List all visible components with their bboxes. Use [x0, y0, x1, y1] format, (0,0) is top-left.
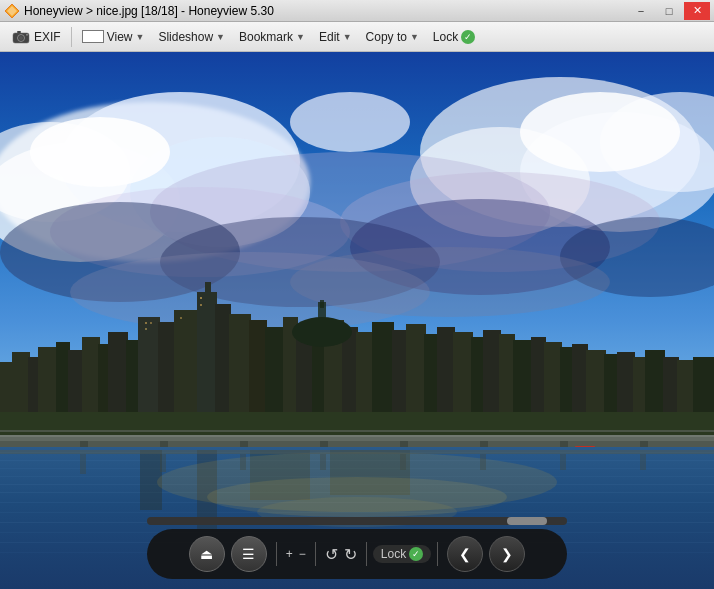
svg-rect-83 — [180, 317, 182, 319]
svg-rect-58 — [406, 324, 426, 422]
svg-rect-82 — [200, 304, 202, 306]
copyto-button[interactable]: Copy to ▼ — [360, 25, 425, 49]
control-bar: ⏏ ☰ + − ↺ ↻ — [147, 517, 567, 579]
svg-rect-72 — [617, 352, 635, 422]
edit-arrow-icon: ▼ — [343, 32, 352, 42]
svg-rect-6 — [26, 34, 28, 36]
view-button[interactable]: View ▼ — [76, 25, 151, 49]
menu-button[interactable]: ☰ — [231, 536, 267, 572]
controls-divider-3 — [366, 542, 367, 566]
svg-rect-49 — [265, 327, 285, 422]
slideshow-label: Slideshow — [158, 30, 213, 44]
svg-rect-63 — [483, 330, 501, 422]
lock-check-icon: ✓ — [461, 30, 475, 44]
bookmark-button[interactable]: Bookmark ▼ — [233, 25, 311, 49]
svg-rect-68 — [560, 347, 574, 422]
svg-rect-81 — [200, 297, 202, 299]
zoom-in-button[interactable]: + — [283, 547, 296, 561]
svg-rect-61 — [453, 332, 473, 422]
svg-rect-66 — [531, 337, 546, 422]
svg-point-26 — [290, 92, 410, 152]
svg-point-28 — [290, 247, 610, 317]
lock-badge[interactable]: Lock ✓ — [373, 545, 431, 563]
next-button[interactable]: ❯ — [489, 536, 525, 572]
svg-rect-48 — [249, 320, 267, 422]
svg-rect-45 — [205, 282, 211, 297]
rotate-right-button[interactable]: ↻ — [341, 545, 360, 564]
svg-rect-5 — [17, 31, 21, 33]
svg-rect-42 — [158, 322, 176, 422]
svg-point-25 — [520, 92, 680, 172]
eject-icon: ⏏ — [200, 546, 213, 562]
svg-rect-122 — [80, 454, 86, 474]
svg-rect-32 — [12, 352, 30, 422]
svg-rect-35 — [56, 342, 70, 422]
zoom-in-icon: + — [286, 547, 293, 561]
svg-rect-125 — [320, 454, 326, 470]
svg-rect-74 — [645, 350, 665, 422]
prev-icon: ❮ — [459, 546, 471, 562]
copyto-arrow-icon: ▼ — [410, 32, 419, 42]
titlebar-title: Honeyview > nice.jpg [18/18] - Honeyview… — [24, 4, 274, 18]
camera-icon — [12, 30, 30, 44]
exif-button[interactable]: EXIF — [6, 25, 67, 49]
svg-rect-131 — [320, 300, 324, 308]
svg-point-132 — [292, 317, 352, 347]
toolbar-separator — [71, 27, 72, 47]
lock-button[interactable]: Lock ✓ — [427, 25, 481, 49]
prev-button[interactable]: ❮ — [447, 536, 483, 572]
svg-point-24 — [30, 117, 170, 187]
svg-rect-43 — [174, 310, 199, 422]
svg-rect-96 — [0, 437, 714, 441]
bookmark-arrow-icon: ▼ — [296, 32, 305, 42]
bookmark-label: Bookmark — [239, 30, 293, 44]
minimize-button[interactable]: − — [628, 2, 654, 20]
svg-rect-79 — [150, 322, 152, 324]
svg-rect-97 — [0, 435, 714, 437]
titlebar-controls: − □ ✕ — [628, 2, 710, 20]
svg-point-4 — [19, 36, 23, 40]
svg-rect-65 — [513, 340, 533, 422]
svg-rect-67 — [544, 342, 562, 422]
svg-rect-41 — [138, 317, 160, 422]
svg-rect-46 — [215, 304, 231, 422]
controls-divider-4 — [437, 542, 438, 566]
scrollbar-track[interactable] — [147, 517, 567, 525]
svg-rect-126 — [400, 454, 406, 470]
exif-label: EXIF — [34, 30, 61, 44]
app-icon — [4, 3, 20, 19]
svg-rect-55 — [356, 332, 374, 422]
edit-label: Edit — [319, 30, 340, 44]
eject-button[interactable]: ⏏ — [189, 536, 225, 572]
edit-button[interactable]: Edit ▼ — [313, 25, 358, 49]
lock-text: Lock — [381, 547, 406, 561]
svg-rect-60 — [437, 327, 455, 422]
svg-rect-98 — [0, 430, 714, 432]
slideshow-arrow-icon: ▼ — [216, 32, 225, 42]
svg-rect-69 — [572, 344, 588, 422]
view-arrow-icon: ▼ — [135, 32, 144, 42]
slideshow-button[interactable]: Slideshow ▼ — [152, 25, 231, 49]
svg-rect-34 — [38, 347, 58, 422]
close-button[interactable]: ✕ — [684, 2, 710, 20]
svg-rect-78 — [145, 322, 147, 324]
zoom-out-button[interactable]: − — [296, 547, 309, 561]
toolbar: EXIF View ▼ Slideshow ▼ Bookmark ▼ Edit … — [0, 22, 714, 52]
svg-rect-71 — [604, 354, 619, 422]
svg-rect-39 — [108, 332, 128, 422]
restore-button[interactable]: □ — [656, 2, 682, 20]
lock-check-badge-icon: ✓ — [409, 547, 423, 561]
svg-rect-129 — [640, 454, 646, 470]
zoom-out-icon: − — [299, 547, 306, 561]
svg-rect-123 — [160, 454, 166, 472]
rotate-left-button[interactable]: ↺ — [322, 545, 341, 564]
svg-rect-47 — [229, 314, 251, 422]
svg-rect-62 — [471, 337, 485, 422]
svg-rect-57 — [392, 330, 408, 422]
svg-rect-37 — [82, 337, 100, 422]
scrollbar-thumb[interactable] — [507, 517, 547, 525]
svg-rect-127 — [480, 454, 486, 470]
rotate-left-icon: ↺ — [325, 545, 338, 564]
svg-rect-56 — [372, 322, 394, 422]
view-label: View — [107, 30, 133, 44]
